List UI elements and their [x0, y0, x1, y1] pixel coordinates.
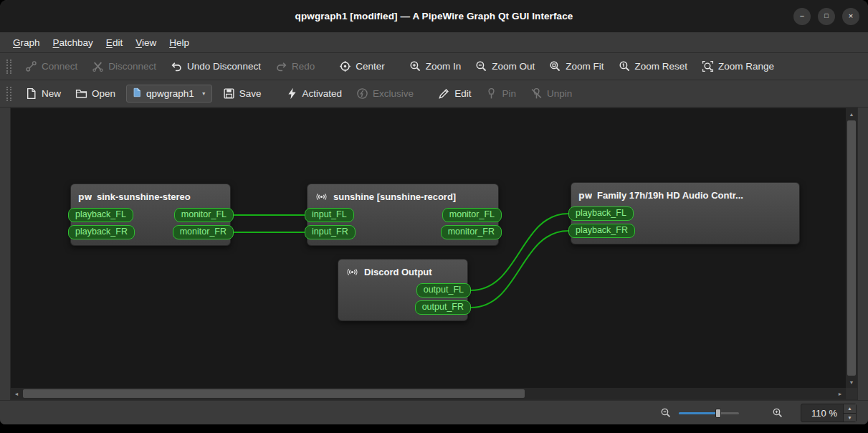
port-monitor_FL[interactable]: monitor_FL — [174, 208, 234, 222]
menu-edit[interactable]: Edit — [100, 35, 129, 50]
port-playback_FR[interactable]: playback_FR — [568, 224, 635, 238]
activated-toggle[interactable]: Activated — [280, 85, 349, 103]
zoom-percent-value[interactable]: 110 % — [801, 404, 843, 422]
node-title-bar[interactable]: pwFamily 17h/19h HD Audio Contr... — [575, 186, 796, 204]
window-title: qpwgraph1 [modified] — A PipeWire Graph … — [295, 11, 573, 22]
zoom-in-button[interactable]: Zoom In — [403, 57, 468, 75]
center-icon — [339, 60, 351, 72]
scroll-up-icon[interactable]: ▲ — [846, 108, 857, 120]
svg-text:pw: pw — [78, 192, 92, 202]
graph-canvas[interactable]: pwsink-sunshine-stereoplayback_FLmonitor… — [11, 108, 846, 388]
port-output_FR[interactable]: output_FR — [415, 300, 471, 315]
lightning-icon — [286, 87, 298, 100]
zoom-fit-icon — [549, 60, 561, 72]
file-toolbar: New Open qpwgraph1 ▼ Save Activated Excl… — [0, 80, 868, 108]
maximize-button[interactable]: □ — [818, 8, 835, 25]
port-monitor_FL[interactable]: monitor_FL — [442, 208, 502, 222]
unpin-button[interactable]: Unpin — [524, 85, 578, 103]
undo-disconnect-button[interactable]: Undo Disconnect — [164, 57, 267, 75]
port-playback_FL[interactable]: playback_FL — [68, 208, 133, 222]
exclusive-icon — [356, 87, 368, 100]
zoom-reset-icon — [619, 60, 631, 72]
zoom-slider-fill — [679, 412, 718, 414]
stream-icon — [315, 191, 328, 202]
zoom-out-small-icon — [660, 407, 672, 419]
pipewire-icon: pw — [578, 190, 592, 201]
graph-node-sunshine[interactable]: sunshine [sunshine-record]input_FLmonito… — [307, 184, 499, 246]
zoom-percent-spinbox[interactable]: 110 % ▲ ▼ — [801, 404, 857, 422]
scroll-right-icon[interactable]: ► — [834, 388, 846, 399]
exclusive-toggle[interactable]: Exclusive — [350, 85, 420, 103]
close-icon: × — [849, 12, 853, 20]
vertical-scrollbar-thumb[interactable] — [847, 120, 856, 376]
node-title-bar[interactable]: pwsink-sunshine-stereo — [75, 188, 226, 205]
zoom-reset-button[interactable]: Zoom Reset — [612, 57, 695, 75]
stream-icon — [345, 267, 359, 277]
patchbay-file-combobox[interactable]: qpwgraph1 ▼ — [126, 85, 212, 103]
scroll-down-icon[interactable]: ▼ — [846, 376, 857, 388]
unpin-icon — [530, 87, 543, 100]
node-title-bar[interactable]: Discord Output — [342, 263, 464, 280]
title-bar[interactable]: qpwgraph1 [modified] — A PipeWire Graph … — [0, 0, 868, 32]
maximize-icon: □ — [824, 13, 828, 19]
menu-view[interactable]: View — [129, 35, 163, 50]
connect-icon — [25, 60, 37, 72]
window-controls: − □ × — [793, 0, 859, 32]
toolbar-drag-handle[interactable] — [6, 60, 11, 74]
open-folder-icon — [75, 87, 87, 100]
menu-graph[interactable]: Graph — [6, 35, 47, 50]
pin-button[interactable]: Pin — [479, 85, 523, 103]
zoom-out-button[interactable]: Zoom Out — [469, 57, 541, 75]
edit-toggle[interactable]: Edit — [431, 85, 477, 103]
zoom-range-icon — [702, 60, 714, 72]
canvas-frame: pwsink-sunshine-stereoplayback_FLmonitor… — [10, 108, 858, 400]
port-input_FL[interactable]: input_FL — [305, 208, 354, 222]
zoom-out-icon — [475, 60, 487, 72]
port-playback_FR[interactable]: playback_FR — [68, 225, 135, 239]
zoom-slider-handle[interactable] — [715, 409, 721, 418]
menu-patchbay[interactable]: Patchbay — [47, 35, 100, 50]
port-output_FL[interactable]: output_FL — [416, 283, 471, 298]
undo-icon — [171, 60, 183, 72]
close-button[interactable]: × — [842, 8, 859, 25]
menu-help[interactable]: Help — [163, 35, 196, 50]
center-button[interactable]: Center — [333, 57, 391, 75]
chevron-down-icon: ▼ — [199, 91, 206, 96]
redo-button[interactable]: Redo — [269, 57, 321, 75]
port-input_FR[interactable]: input_FR — [305, 225, 356, 239]
port-monitor_FR[interactable]: monitor_FR — [173, 225, 234, 239]
pin-icon — [485, 87, 497, 100]
content-area: pwsink-sunshine-stereoplayback_FLmonitor… — [0, 108, 868, 400]
graph-node-sink[interactable]: pwsink-sunshine-stereoplayback_FLmonitor… — [70, 184, 231, 246]
node-title-bar[interactable]: sunshine [sunshine-record] — [311, 188, 495, 205]
app-window: qpwgraph1 [modified] — A PipeWire Graph … — [0, 0, 868, 424]
port-monitor_FR[interactable]: monitor_FR — [441, 225, 502, 239]
status-bar: 110 % ▲ ▼ — [0, 400, 868, 424]
zoom-range-button[interactable]: Zoom Range — [695, 57, 781, 75]
scroll-left-icon[interactable]: ◄ — [11, 388, 22, 399]
spin-down-icon[interactable]: ▼ — [844, 414, 856, 422]
graph-toolbar: Connect Disconnect Undo Disconnect Redo … — [0, 53, 868, 80]
combobox-value: qpwgraph1 — [146, 88, 194, 99]
zoom-fit-button[interactable]: Zoom Fit — [543, 57, 610, 75]
open-button[interactable]: Open — [69, 85, 122, 103]
horizontal-scrollbar[interactable]: ◄ ► — [11, 388, 846, 399]
connect-button[interactable]: Connect — [19, 57, 84, 75]
new-button[interactable]: New — [19, 85, 67, 103]
connections-layer — [11, 108, 846, 388]
menu-bar: Graph Patchbay Edit View Help — [0, 32, 868, 53]
graph-node-discord[interactable]: Discord Outputoutput_FLoutput_FR — [338, 259, 468, 321]
port-playback_FL[interactable]: playback_FL — [568, 206, 634, 221]
zoom-slider[interactable] — [679, 407, 739, 419]
zoom-in-icon — [409, 60, 421, 72]
spin-up-icon[interactable]: ▲ — [844, 404, 856, 414]
minimize-button[interactable]: − — [793, 8, 811, 25]
new-file-icon — [25, 87, 37, 100]
save-button[interactable]: Save — [216, 85, 268, 103]
toolbar-drag-handle[interactable] — [6, 87, 11, 101]
vertical-scrollbar[interactable]: ▲ ▼ — [846, 108, 857, 388]
disconnect-button[interactable]: Disconnect — [85, 57, 163, 75]
svg-text:pw: pw — [578, 191, 592, 201]
graph-node-family[interactable]: pwFamily 17h/19h HD Audio Contr...playba… — [571, 182, 800, 244]
horizontal-scrollbar-thumb[interactable] — [23, 389, 525, 398]
